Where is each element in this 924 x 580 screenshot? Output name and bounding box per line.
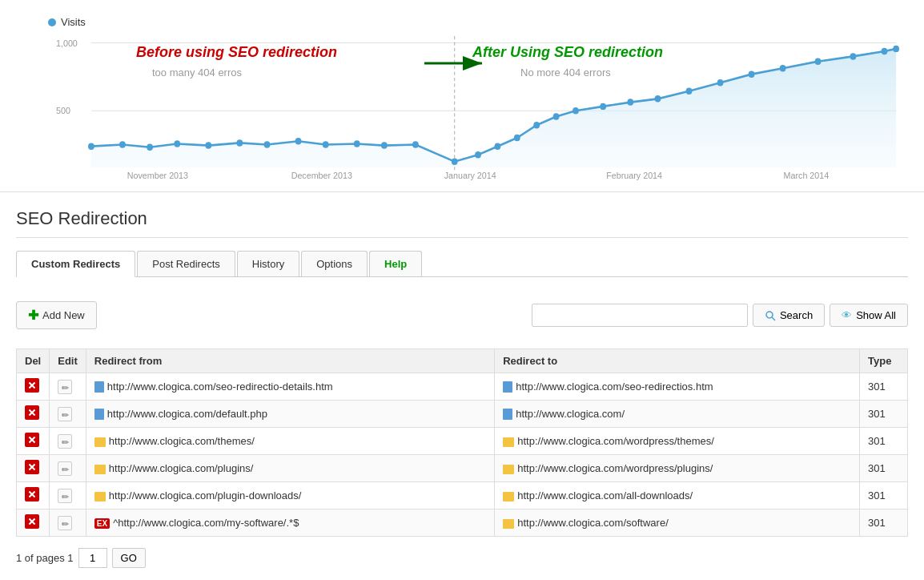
- delete-icon[interactable]: [25, 433, 39, 447]
- svg-point-22: [494, 143, 500, 149]
- svg-point-28: [627, 99, 633, 105]
- to-cell: http://www.clogica.com/wordpress/themes/: [495, 428, 860, 455]
- svg-point-29: [655, 95, 661, 102]
- svg-point-18: [381, 142, 388, 148]
- svg-point-32: [749, 70, 755, 77]
- page-icon: [503, 409, 512, 420]
- svg-point-12: [205, 142, 211, 148]
- search-input[interactable]: [532, 304, 748, 327]
- to-url: http://www.clogica.com/seo-redirectios.h…: [516, 381, 713, 393]
- edit-icon[interactable]: ✏: [58, 489, 72, 503]
- col-type: Type: [860, 349, 908, 373]
- svg-point-43: [766, 312, 773, 318]
- to-cell: http://www.clogica.com/software/: [495, 510, 860, 537]
- svg-point-25: [553, 113, 560, 119]
- regex-badge: EX: [94, 518, 110, 529]
- delete-icon[interactable]: [25, 378, 39, 393]
- svg-point-17: [354, 140, 360, 147]
- folder-icon: [503, 465, 514, 474]
- svg-point-34: [815, 58, 822, 65]
- tab-history[interactable]: History: [237, 251, 299, 276]
- chart-container: Before using SEO redirection too many 40…: [56, 36, 900, 180]
- edit-icon[interactable]: ✏: [58, 407, 72, 421]
- type-cell: 301: [860, 510, 908, 537]
- delete-icon[interactable]: [25, 405, 39, 420]
- svg-point-15: [295, 138, 302, 144]
- arrow-container: [424, 54, 488, 75]
- svg-point-14: [264, 141, 271, 147]
- folder-icon: [503, 437, 514, 447]
- tab-help[interactable]: Help: [369, 251, 422, 276]
- folder-icon: [94, 492, 106, 501]
- svg-text:500: 500: [56, 106, 70, 115]
- edit-cell: ✏: [50, 455, 86, 482]
- table-row: ✏http://www.clogica.com/plugin-downloads…: [17, 482, 908, 510]
- to-url: http://www.clogica.com/: [516, 408, 625, 420]
- svg-point-26: [572, 107, 579, 114]
- pagination-info: 1 of pages 1: [16, 552, 74, 564]
- from-cell: EX^http://www.clogica.com/my-software/.*…: [86, 510, 494, 537]
- from-cell: http://www.clogica.com/plugins/: [86, 455, 494, 482]
- after-sublabel: No more 404 errors: [520, 66, 611, 79]
- del-cell: [17, 510, 50, 537]
- svg-point-36: [882, 48, 888, 54]
- redirects-table: Del Edit Redirect from Redirect to Type …: [16, 348, 908, 537]
- delete-icon[interactable]: [25, 514, 39, 529]
- type-cell: 301: [860, 428, 908, 455]
- search-button[interactable]: Search: [753, 304, 825, 327]
- table-row: ✏http://www.clogica.com/default.phphttp:…: [17, 401, 908, 428]
- edit-icon[interactable]: ✏: [58, 516, 72, 530]
- folder-icon: [503, 492, 514, 501]
- main-content: SEO Redirection Custom Redirects Post Re…: [0, 192, 924, 580]
- to-url: http://www.clogica.com/software/: [517, 517, 669, 529]
- tab-post-redirects[interactable]: Post Redirects: [137, 251, 235, 276]
- from-url: http://www.clogica.com/themes/: [109, 435, 255, 447]
- tab-options[interactable]: Options: [301, 251, 368, 276]
- delete-icon[interactable]: [25, 487, 39, 501]
- to-cell: http://www.clogica.com/wordpress/plugins…: [495, 455, 860, 482]
- type-cell: 301: [860, 401, 908, 428]
- svg-point-9: [119, 141, 126, 147]
- from-cell: http://www.clogica.com/seo-redirectio-de…: [86, 373, 494, 401]
- svg-point-23: [514, 135, 520, 141]
- edit-icon[interactable]: ✏: [58, 461, 72, 476]
- to-cell: http://www.clogica.com/all-downloads/: [495, 482, 860, 510]
- svg-text:December 2013: December 2013: [291, 170, 352, 179]
- svg-point-20: [452, 158, 458, 164]
- edit-icon[interactable]: ✏: [58, 434, 72, 449]
- svg-point-8: [88, 143, 94, 149]
- from-cell: http://www.clogica.com/themes/: [86, 428, 494, 455]
- type-cell: 301: [860, 373, 908, 401]
- table-row: ✏http://www.clogica.com/seo-redirectio-d…: [17, 373, 908, 401]
- del-cell: [17, 428, 50, 455]
- page-icon: [94, 409, 104, 420]
- edit-cell: ✏: [50, 401, 86, 428]
- add-new-button[interactable]: ✚ Add New: [16, 301, 97, 329]
- page-title: SEO Redirection: [16, 208, 908, 238]
- edit-cell: ✏: [50, 510, 86, 537]
- svg-point-11: [174, 140, 180, 147]
- table-row: ✏http://www.clogica.com/plugins/http://w…: [17, 455, 908, 482]
- from-url: http://www.clogica.com/default.php: [107, 408, 267, 420]
- svg-line-44: [772, 317, 775, 320]
- edit-cell: ✏: [50, 482, 86, 510]
- from-cell: http://www.clogica.com/plugin-downloads/: [86, 482, 494, 510]
- svg-point-37: [893, 46, 899, 52]
- folder-icon: [94, 437, 106, 447]
- to-cell: http://www.clogica.com/seo-redirectios.h…: [495, 373, 860, 401]
- to-url: http://www.clogica.com/wordpress/themes/: [517, 435, 714, 447]
- plus-icon: ✚: [28, 308, 38, 323]
- delete-icon[interactable]: [25, 460, 39, 474]
- svg-point-33: [780, 65, 786, 71]
- from-url: ^http://www.clogica.com/my-software/.*$: [113, 517, 299, 529]
- show-all-button[interactable]: 👁 Show All: [830, 304, 908, 327]
- edit-icon[interactable]: ✏: [58, 380, 72, 394]
- del-cell: [17, 401, 50, 428]
- go-button[interactable]: GO: [112, 548, 146, 568]
- tabs-container: Custom Redirects Post Redirects History …: [16, 251, 908, 277]
- tab-custom-redirects[interactable]: Custom Redirects: [16, 251, 135, 277]
- legend-label: Visits: [61, 16, 86, 28]
- page-input[interactable]: [78, 548, 107, 568]
- table-row: ✏http://www.clogica.com/themes/http://ww…: [17, 428, 908, 455]
- chart-area: Visits Before using SEO redirection too …: [0, 0, 924, 192]
